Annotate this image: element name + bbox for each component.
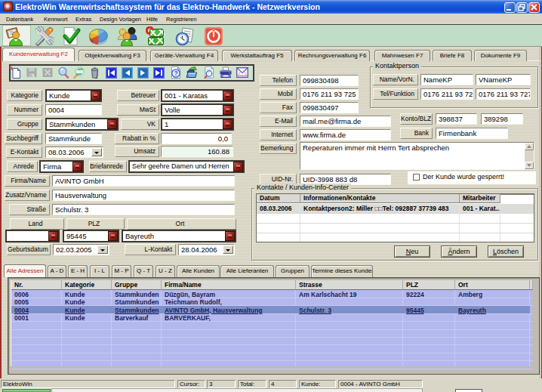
svg-text:?: ? — [174, 69, 177, 77]
